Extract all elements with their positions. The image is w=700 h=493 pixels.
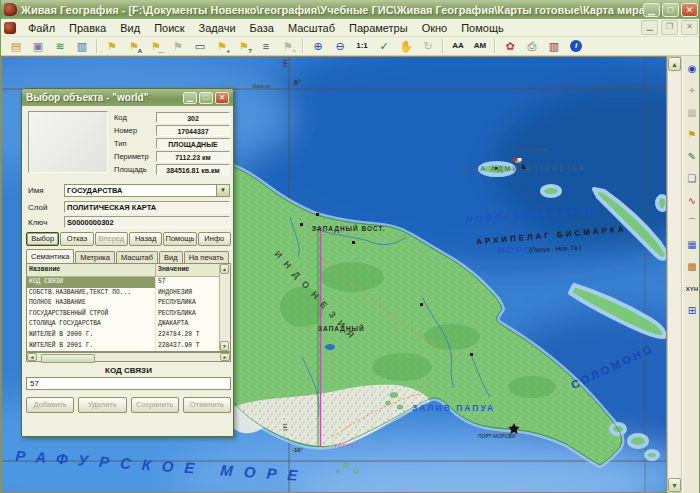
dialog-title-bar[interactable]: Выбор объекта - "world" ▁ □ ✕ [22,89,233,106]
spotlight-icon[interactable]: ✦ [683,81,700,100]
menu-item[interactable]: Поиск [147,21,191,35]
dialog-tab[interactable]: Метрика [75,251,115,263]
menu-item[interactable]: Масштаб [281,21,342,35]
close-button[interactable]: ✕ [681,3,698,17]
scroll-down-icon[interactable]: ▼ [668,478,681,492]
menu-item[interactable]: Правка [62,21,113,35]
query-selection-flag-icon[interactable]: ⚑ ? [233,37,255,56]
redraw-icon[interactable]: ↻ [417,37,439,56]
dialog-button[interactable]: Инфо [198,232,231,246]
dialog-button[interactable]: Отказ [60,232,93,246]
name-combobox[interactable]: ГОСУДАРСТВА ▼ [64,184,230,197]
edit-layers-icon[interactable]: ✎ [683,147,700,166]
dialog-bottom-button[interactable]: Удалить [78,397,126,413]
mdi-restore-button[interactable]: ❐ [661,20,678,35]
dialog-tab[interactable]: Вид [159,251,183,263]
dialog-bottom-button[interactable]: Отменить [183,397,231,413]
table-horizontal-scrollbar[interactable]: ◄ ► [26,352,231,362]
zoom-in-icon[interactable]: ⊕ [307,37,329,56]
navigator-globe-icon[interactable]: ◉ [683,59,700,78]
info-field-value: 17044337 [156,125,230,136]
pan-hand-icon[interactable]: ✋ [395,37,417,56]
dialog-button[interactable]: Выбор [26,232,59,246]
object-list-icon[interactable]: ≡ [255,37,277,56]
scroll-up-icon[interactable]: ▲ [668,57,681,71]
layers-database-icon[interactable]: ▥ [71,37,93,56]
table-row[interactable]: СТОЛИЦА ГОСУДАРСТВА ДЖАКАРТА [27,319,219,330]
table-row[interactable]: ПОЛНОЕ НАЗВАНИЕ РЕСПУБЛИКА [27,298,219,309]
attribute-value-input[interactable]: 57 [26,377,231,390]
find-text-icon[interactable]: AA [447,37,469,56]
table-row[interactable]: КОД СВЯЗИ 57 [27,277,219,288]
blocks-icon[interactable]: ❏ [683,169,700,188]
table-row[interactable]: ЖИТЕЛЕЙ В 2000 Г. 224784.20 Т [27,330,219,341]
dialog-bottom-button[interactable]: Добавить [26,397,74,413]
scrollbar-thumb[interactable] [41,354,95,363]
toolbar-button[interactable] [491,37,499,56]
open-map-icon[interactable]: ▤ [5,37,27,56]
menu-item[interactable]: Файл [21,21,62,35]
save-map-icon[interactable]: ▣ [27,37,49,56]
menu-item[interactable]: Вид [113,21,147,35]
polyline-measure-icon[interactable]: ∿ [683,191,700,210]
arc-measure-icon[interactable]: ⌒ [683,213,700,232]
maximize-button[interactable]: □ [662,3,679,17]
find-object-icon[interactable]: AM [469,37,491,56]
dialog-tab[interactable]: Масштаб [116,251,158,263]
flag-tool-icon[interactable]: ⚑ [683,125,700,144]
select-inactive-flag-icon[interactable]: ⚑ [167,37,189,56]
dialog-bottom-button[interactable]: Сохранить [131,397,179,413]
xyh-coordinates-icon[interactable]: XYH [683,279,700,298]
calculator-icon[interactable]: ⊞ [683,301,700,320]
table-row[interactable]: СОБСТВ.НАЗВАНИЕ,ТЕКСТ ПО... ИНДОНЕЗИЯ [27,288,219,299]
relief-map-icon[interactable]: ▩ [683,257,700,276]
map-vertical-scrollbar[interactable]: ▲ ▼ [667,56,682,493]
grid-select-icon[interactable]: ▦ [683,103,700,122]
select-by-attribute-flag-icon[interactable]: ⚑ A [123,37,145,56]
dialog-close-button[interactable]: ✕ [215,92,229,104]
table-row[interactable]: ГОСУДАРСТВЕННЫЙ СТРОЙ РЕСПУБЛИКА [27,309,219,320]
table-scroll-up-icon[interactable]: ▲ [220,264,229,274]
select-rectangle-icon[interactable]: ▭ [189,37,211,56]
mdi-minimize-button[interactable]: ▁ [641,20,658,35]
menu-item[interactable]: Окно [415,21,455,35]
table-scroll-down-icon[interactable]: ▼ [220,341,229,351]
select-object-flag-icon[interactable]: ⚑ [101,37,123,56]
scale-one-to-one-icon[interactable]: 1:1 [351,37,373,56]
combo-dropdown-icon[interactable]: ▼ [216,185,229,196]
dialog-maximize-button[interactable]: □ [199,92,213,104]
zoom-out-icon[interactable]: ⊖ [329,37,351,56]
minimize-button[interactable]: ▁ [643,3,660,17]
table-vertical-scrollbar[interactable]: ▲ ▼ [219,264,230,351]
menu-item[interactable]: Параметры [342,21,415,35]
dialog-tab[interactable]: На печать [184,251,229,263]
info-icon[interactable]: i [565,37,587,56]
info-field-value: ПЛОЩАДНЫЕ [156,138,230,149]
side-toolbar: ◉ ✦ ▦ ⚑ ✎ ❏ ∿ ⌒ ▦ ▩ XYH ⊞ [682,56,700,493]
table-scroll-right-icon[interactable]: ► [220,353,230,361]
toolbar-button[interactable] [93,37,101,56]
menu-item[interactable]: Задачи [192,21,243,35]
table-scroll-left-icon[interactable]: ◄ [27,353,37,361]
dialog-button[interactable]: Помощь [163,232,196,246]
table-row[interactable]: ЖИТЕЛЕЙ В 2001 Г. 228437.90 Т [27,341,219,351]
dialog-minimize-button[interactable]: ▁ [183,92,197,104]
clear-selection-flag-icon[interactable]: ⚑ × [277,37,299,56]
add-selection-flag-icon[interactable]: ⚑ + [211,37,233,56]
palette-icon[interactable]: ✿ [499,37,521,56]
mdi-close-button[interactable]: ✕ [681,20,698,35]
menu-item[interactable]: База [243,21,281,35]
menu-item[interactable]: Помощь [454,21,511,35]
print-icon[interactable]: ⎙ [521,37,543,56]
dialog-button[interactable]: Назад [129,232,162,246]
checkmark-tool-icon[interactable]: ✓ [373,37,395,56]
reference-book-icon[interactable]: ▥ [543,37,565,56]
key-label: Ключ [28,218,64,227]
toolbar-button[interactable] [299,37,307,56]
layers-icon[interactable]: ≋ [49,37,71,56]
toolbar-button[interactable] [439,37,447,56]
dialog-button[interactable]: Вперед [95,232,128,246]
grid-3d-icon[interactable]: ▦ [683,235,700,254]
select-more-flag-icon[interactable]: ⚑ … [145,37,167,56]
dialog-tab[interactable]: Семантика [26,249,74,263]
